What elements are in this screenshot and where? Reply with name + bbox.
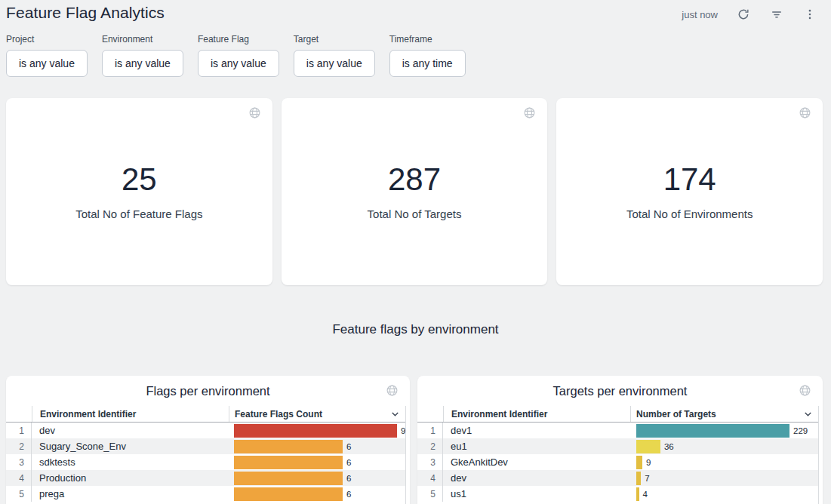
table-scrollbar[interactable]: [818, 406, 823, 504]
table-title: Flags per environment: [6, 376, 410, 406]
globe-icon: [386, 384, 399, 400]
value-bar: [636, 472, 641, 485]
environment-identifier-cell: prega: [32, 486, 229, 502]
table-row[interactable]: 3GkeAnkitDev9: [417, 454, 823, 470]
bar-cell: 6: [229, 487, 410, 501]
bar-value-label: 6: [346, 474, 351, 483]
filter-environment: Environment is any value: [102, 34, 183, 77]
bar-cell: 9: [630, 456, 823, 469]
table-row[interactable]: 5prega6: [6, 486, 410, 502]
row-index: 4: [417, 470, 443, 486]
bar-value-label: 229: [793, 426, 808, 435]
table-row[interactable]: 5us14: [417, 486, 823, 502]
column-header[interactable]: Feature Flags Count: [229, 406, 410, 422]
row-index: 5: [6, 486, 32, 502]
bar-value-label: 7: [645, 474, 649, 483]
kpi-value: 25: [122, 164, 157, 195]
bar-cell: 9: [229, 424, 410, 438]
flags-per-environment-card: Flags per environment Environment Identi…: [6, 376, 410, 504]
more-options-button[interactable]: [802, 7, 817, 22]
row-index: 2: [417, 438, 443, 454]
filter-feature-flag-button[interactable]: is any value: [198, 50, 279, 77]
table-row[interactable]: 3sdktests6: [6, 454, 410, 470]
kpi-label: Total No of Environments: [626, 207, 753, 220]
bar-cell: 7: [630, 472, 823, 485]
environment-identifier-cell: dev: [32, 423, 229, 438]
bar-cell: 6: [229, 472, 410, 485]
column-header[interactable]: Environment Identifier: [32, 406, 229, 422]
kpi-value: 287: [388, 164, 441, 195]
kpi-card-feature-flags: 25 Total No of Feature Flags: [6, 98, 272, 285]
chevron-down-icon[interactable]: [389, 408, 401, 423]
filter-target-button[interactable]: is any value: [294, 50, 375, 77]
table-row[interactable]: 4dev7: [417, 470, 823, 486]
last-refreshed-text: just now: [682, 9, 718, 20]
bar-value-label: 6: [346, 442, 351, 451]
section-title: Feature flags by environment: [0, 322, 831, 337]
bar-value-label: 36: [664, 442, 674, 451]
bar-cell: 4: [630, 487, 823, 501]
environment-identifier-cell: sdktests: [32, 454, 229, 470]
environment-identifier-cell: us1: [443, 486, 630, 502]
value-bar: [234, 456, 343, 469]
value-bar: [234, 472, 343, 485]
value-bar: [636, 440, 660, 453]
kpi-card-targets: 287 Total No of Targets: [282, 98, 548, 285]
chevron-down-icon[interactable]: [802, 408, 814, 423]
table-row[interactable]: 4Production6: [6, 470, 410, 486]
filter-label: Environment: [102, 34, 183, 45]
filter-icon: [770, 8, 783, 21]
value-bar: [234, 440, 343, 453]
filter-project-button[interactable]: is any value: [6, 50, 88, 77]
dashboard-page: Feature Flag Analytics just now: [0, 0, 831, 504]
row-index: 1: [417, 423, 443, 438]
table-row[interactable]: 1dev1229: [417, 423, 823, 438]
value-bar: [234, 424, 397, 438]
filter-label: Project: [6, 34, 88, 45]
row-index: 5: [417, 486, 443, 502]
refresh-button[interactable]: [736, 7, 751, 22]
filter-feature-flag: Feature Flag is any value: [198, 34, 279, 77]
table-scrollbar[interactable]: [405, 406, 410, 504]
page-title: Feature Flag Analytics: [6, 4, 165, 22]
table-row[interactable]: 2eu136: [417, 438, 823, 454]
kpi-value: 174: [663, 164, 716, 195]
filter-target: Target is any value: [294, 34, 375, 77]
table-row[interactable]: 2Sugary_Scone_Env6: [6, 438, 410, 454]
value-bar: [636, 456, 642, 469]
dashboard-filters-button[interactable]: [769, 7, 784, 22]
tables-row: Flags per environment Environment Identi…: [6, 376, 823, 504]
kebab-menu-icon: [803, 8, 817, 21]
table-title: Targets per environment: [417, 376, 823, 406]
filter-timeframe-button[interactable]: is any time: [389, 50, 466, 77]
bar-cell: 229: [630, 424, 823, 438]
value-bar: [636, 424, 789, 438]
environment-identifier-cell: Sugary_Scone_Env: [32, 438, 229, 454]
table-body: 1dev12292eu1363GkeAnkitDev94dev75us14: [417, 423, 823, 502]
environment-identifier-cell: eu1: [443, 438, 630, 454]
kpi-label: Total No of Feature Flags: [75, 207, 202, 220]
environment-identifier-cell: dev1: [443, 423, 630, 438]
globe-icon: [523, 106, 536, 122]
filter-environment-button[interactable]: is any value: [102, 50, 183, 77]
bar-cell: 6: [229, 456, 410, 469]
row-index: 3: [417, 454, 443, 470]
bar-cell: 6: [229, 440, 410, 453]
header-actions: just now: [682, 4, 817, 22]
table-header-row: Environment Identifier Feature Flags Cou…: [6, 406, 410, 423]
globe-icon: [248, 106, 261, 122]
targets-per-environment-card: Targets per environment Environment Iden…: [417, 376, 823, 504]
column-header[interactable]: Environment Identifier: [443, 406, 630, 422]
table-row[interactable]: 1dev9: [6, 423, 410, 438]
row-index: 1: [6, 423, 32, 438]
column-header[interactable]: Number of Targets: [630, 406, 823, 422]
environment-identifier-cell: GkeAnkitDev: [443, 454, 630, 470]
bar-value-label: 9: [646, 458, 651, 467]
kpi-label: Total No of Targets: [368, 207, 462, 220]
filter-label: Target: [294, 34, 375, 45]
dashboard-header: Feature Flag Analytics just now: [0, 0, 831, 22]
row-index-header: [417, 406, 443, 422]
filter-timeframe: Timeframe is any time: [389, 34, 466, 77]
kpi-row: 25 Total No of Feature Flags 287 Total N…: [6, 98, 823, 285]
bar-value-label: 6: [346, 490, 351, 499]
